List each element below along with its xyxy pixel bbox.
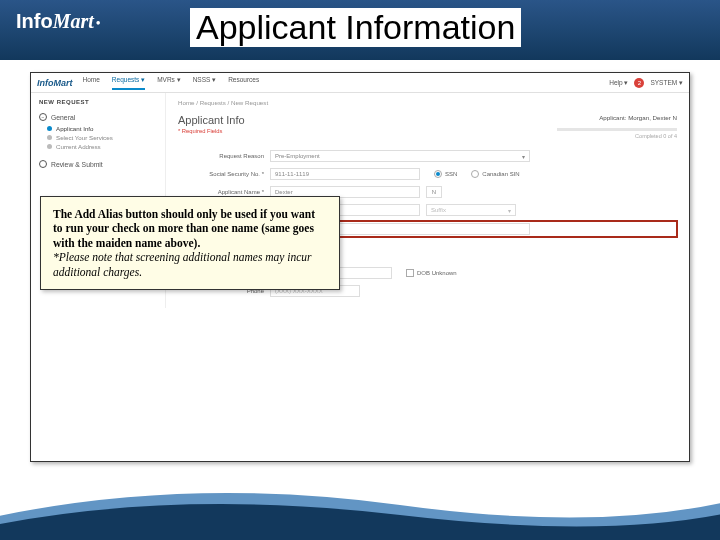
request-reason-label: Request Reason [178,153,270,159]
logo-info: Info [16,10,53,32]
app-logo: InfoMart [37,78,73,88]
sidebar-step-address[interactable]: Current Address [47,143,157,150]
nav-requests[interactable]: Requests ▾ [112,76,145,90]
nav-mvrs[interactable]: MVRs ▾ [157,76,181,90]
suffix-select[interactable]: Suffix▾ [426,204,516,216]
chevron-down-icon: ▾ [522,153,525,160]
chevron-down-icon: ▾ [508,207,511,214]
minus-icon: − [39,113,47,121]
ssn-input[interactable]: 911-11-1119 [270,168,420,180]
sidebar-review[interactable]: Review & Submit [39,160,157,168]
nav-help[interactable]: Help ▾ [609,79,628,87]
slide-swoosh-graphic [0,460,720,540]
applicant-name-label: Applicant Name * [178,189,270,195]
middle-initial-input[interactable]: N [426,186,442,198]
nav-nsss[interactable]: NSSS ▾ [193,76,217,90]
callout-line2: *Please note that screening additional n… [53,251,312,277]
slide: InfoMart● Applicant Information InfoMart… [0,0,720,540]
primary-nav: Home Requests ▾ MVRs ▾ NSSS ▾ Resources [83,76,260,90]
progress-bar [557,128,677,131]
progress: Completed 0 of 4 [557,125,677,139]
circle-icon [39,160,47,168]
breadcrumb: Home / Requests / New Request [178,99,677,106]
new-request-heading: NEW REQUEST [39,99,157,105]
callout-line1: The Add Alias button should only be used… [53,208,315,249]
sidebar-step-applicant-info[interactable]: Applicant Info [47,125,157,132]
sin-radio[interactable] [471,170,479,178]
nav-resources[interactable]: Resources [228,76,259,90]
callout-note: The Add Alias button should only be used… [40,196,340,290]
nav-home[interactable]: Home [83,76,100,90]
dob-unknown-checkbox[interactable] [406,269,414,277]
sidebar-general-label: General [51,114,75,121]
nav-system[interactable]: SYSTEM ▾ [650,79,683,87]
page-title: Applicant Info [178,114,245,126]
request-reason-select[interactable]: Pre-Employment▾ [270,150,530,162]
required-fields-note: * Required Fields [178,128,245,134]
ssn-label: Social Security No. * [178,171,270,177]
sidebar-review-label: Review & Submit [51,161,103,168]
sidebar-step-services[interactable]: Select Your Services [47,134,157,141]
slide-title: Applicant Information [190,8,521,47]
infomart-logo: InfoMart● [16,10,103,33]
notification-badge[interactable]: 2 [634,78,644,88]
ssn-radio[interactable] [434,170,442,178]
applicant-summary: Applicant: Morgan, Dexter N [557,114,677,121]
progress-text: Completed 0 of 4 [635,133,677,139]
app-topbar: InfoMart Home Requests ▾ MVRs ▾ NSSS ▾ R… [31,73,689,93]
topbar-right: Help ▾ 2 SYSTEM ▾ [609,78,683,88]
sidebar-general[interactable]: − General [39,113,157,121]
logo-mart: Mart [53,10,94,32]
